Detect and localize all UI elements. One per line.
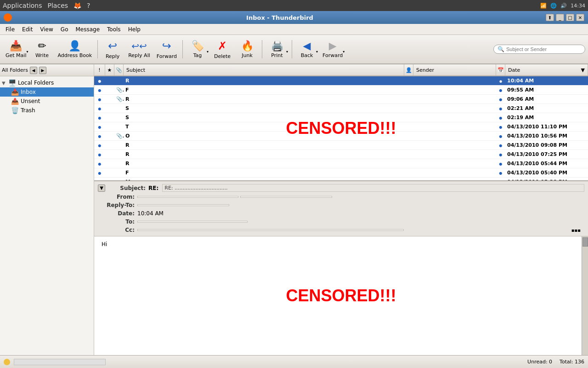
- subject-row: ▼ Subject: RE: RE: .....................…: [94, 183, 588, 193]
- col-header-attach[interactable]: 📎: [114, 64, 124, 75]
- msg-status-6: ●: [94, 124, 105, 130]
- places-menu[interactable]: Places: [48, 2, 68, 9]
- msg-subject-11: F: [124, 170, 404, 176]
- forward-button[interactable]: ↪ Forward: [154, 36, 180, 62]
- back-icon: ◀: [303, 40, 311, 52]
- msg-subject-3: R: [124, 96, 404, 102]
- menu-message[interactable]: Message: [72, 25, 103, 34]
- window-minimize-btn[interactable]: _: [556, 14, 564, 21]
- table-row[interactable]: ● F ● 04/13/2010 05:40 PM: [94, 168, 588, 178]
- msg-attach-2: 📎: [114, 87, 124, 93]
- reply-to-row: Reply-To:: [94, 201, 588, 209]
- reply-to-label: Reply-To:: [98, 202, 135, 208]
- reply-all-button[interactable]: ↩↩ Reply All: [125, 36, 153, 62]
- col-header-date-icon[interactable]: 📅: [496, 64, 505, 75]
- inbox-icon: 📥: [11, 88, 19, 96]
- menu-edit[interactable]: Edit: [18, 25, 36, 34]
- back-dropdown[interactable]: ▾: [316, 50, 318, 54]
- system-bar-right: 📶 🌐 🔊 14:34: [540, 3, 585, 9]
- msg-attach-3: 📎: [114, 96, 124, 102]
- reply-button[interactable]: ↩ Reply: [101, 36, 124, 62]
- col-header-date[interactable]: Date ▼: [505, 64, 588, 75]
- search-input[interactable]: [506, 46, 581, 52]
- msg-status-9: ●: [94, 151, 105, 157]
- preview-collapse-btn[interactable]: ▼: [98, 184, 105, 192]
- folder-item-trash[interactable]: 🗑️ Trash: [0, 106, 94, 115]
- junk-button[interactable]: 🔥 Junk: [235, 36, 259, 62]
- table-row[interactable]: ● T ● 04/13/2010 11:10 PM: [94, 122, 588, 132]
- msg-subject-5: S: [124, 115, 404, 121]
- menu-file[interactable]: File: [2, 25, 18, 34]
- help-icon[interactable]: ?: [87, 2, 90, 9]
- col-header-sender-icon[interactable]: 👤: [404, 64, 413, 75]
- reply-all-icon: ↩↩: [131, 40, 147, 52]
- address-book-button[interactable]: 👤 Address Book: [55, 36, 95, 62]
- msg-date-icon-10: ●: [496, 161, 505, 167]
- write-button[interactable]: ✏️ Write: [30, 36, 54, 62]
- msg-date-12: 04/13/2010 05:38 PM: [505, 179, 588, 180]
- col-header-status[interactable]: !: [94, 64, 105, 75]
- scroll-thumb[interactable]: [582, 237, 588, 247]
- forward-label: Forward: [157, 53, 177, 59]
- window-maximize-btn[interactable]: □: [566, 14, 574, 21]
- folder-nav-next[interactable]: ▶: [39, 67, 46, 74]
- header-toggle[interactable]: ▪▪▪: [571, 228, 581, 233]
- cc-value: [137, 229, 404, 231]
- print-button[interactable]: 🖨️ Print ▾: [265, 36, 289, 62]
- menu-view[interactable]: View: [36, 25, 57, 34]
- table-row[interactable]: ● R ● 10:04 AM: [94, 76, 588, 86]
- window-close-btn[interactable]: ✕: [576, 14, 584, 21]
- sound-icon: 🔊: [560, 3, 567, 9]
- msg-date-9: 04/13/2010 07:25 PM: [505, 151, 588, 157]
- title-bar-left: [4, 13, 14, 22]
- forward-nav-dropdown[interactable]: ▾: [343, 50, 345, 54]
- msg-date-icon-6: ●: [496, 124, 505, 130]
- table-row[interactable]: ● R ● 04/13/2010 05:44 PM: [94, 159, 588, 168]
- tag-button[interactable]: 🏷️ Tag ▾: [186, 36, 209, 62]
- forward-nav-icon: ▶: [329, 40, 337, 52]
- tag-dropdown[interactable]: ▾: [207, 50, 209, 54]
- preview-scrollbar[interactable]: [582, 236, 588, 355]
- menu-tools[interactable]: Tools: [103, 25, 124, 34]
- folder-item-inbox[interactable]: 📥 Inbox: [0, 87, 94, 97]
- applications-menu[interactable]: Applications: [3, 2, 42, 9]
- from-value-2: [240, 196, 332, 198]
- expand-icon: ▼: [2, 80, 8, 86]
- message-pane: ! ★ 📎 Subject 👤 Sender 📅 Date ▼ ● R ●: [94, 64, 588, 355]
- table-row[interactable]: ● M ● 04/13/2010 05:38 PM: [94, 178, 588, 180]
- table-row[interactable]: ● R ● 04/13/2010 09:08 PM: [94, 141, 588, 150]
- search-box[interactable]: 🔍: [493, 45, 585, 54]
- col-header-star[interactable]: ★: [105, 64, 114, 75]
- menu-go[interactable]: Go: [57, 25, 72, 34]
- msg-subject-6: T: [124, 124, 404, 130]
- forward-nav-button[interactable]: ▶ Forward ▾: [320, 36, 345, 62]
- table-row[interactable]: ● R ● 04/13/2010 07:25 PM: [94, 150, 588, 159]
- msg-date-3: 09:06 AM: [505, 96, 588, 102]
- folder-nav-prev[interactable]: ◀: [30, 67, 37, 74]
- msg-subject-9: R: [124, 151, 404, 157]
- from-label: From:: [98, 194, 135, 200]
- table-row[interactable]: ● 📎 F ● 09:55 AM: [94, 86, 588, 95]
- window-restore-btn[interactable]: ⬆: [546, 14, 554, 21]
- table-row[interactable]: ● 📎 O ● 04/13/2010 10:56 PM: [94, 132, 588, 141]
- get-mail-button[interactable]: 📥 Get Mail ▾: [3, 36, 29, 62]
- menu-help[interactable]: Help: [124, 25, 144, 34]
- col-header-sender[interactable]: Sender: [413, 64, 496, 75]
- table-row[interactable]: ● 📎 R ● 09:06 AM: [94, 95, 588, 104]
- delete-button[interactable]: ✗ Delete: [210, 36, 234, 62]
- message-list-header: ! ★ 📎 Subject 👤 Sender 📅 Date ▼: [94, 64, 588, 76]
- get-mail-dropdown[interactable]: ▾: [26, 50, 28, 54]
- table-row[interactable]: ● S ● 02:21 AM: [94, 104, 588, 113]
- msg-status-3: ●: [94, 96, 105, 102]
- col-header-subject[interactable]: Subject: [124, 64, 404, 75]
- firefox-icon[interactable]: 🦊: [74, 2, 81, 9]
- msg-subject-1: R: [124, 78, 404, 84]
- folder-item-local-folders[interactable]: ▼ 🖥️ Local Folders: [0, 78, 94, 87]
- back-button[interactable]: ◀ Back ▾: [295, 36, 319, 62]
- tag-label: Tag: [193, 52, 202, 58]
- table-row[interactable]: ● S ● 02:19 AM: [94, 113, 588, 122]
- msg-subject-10: R: [124, 161, 404, 167]
- folder-item-unsent[interactable]: 📤 Unsent: [0, 97, 94, 106]
- print-dropdown[interactable]: ▾: [286, 50, 288, 54]
- trash-label: Trash: [21, 107, 35, 114]
